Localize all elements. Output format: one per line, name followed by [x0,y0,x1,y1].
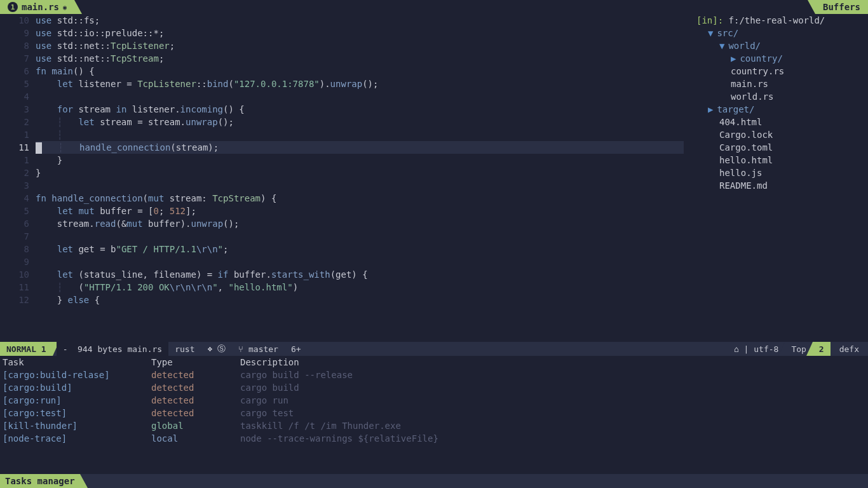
tree-file-item[interactable]: main.rs [689,78,868,90]
task-row[interactable]: [node-trace]localnode --trace-warnings $… [0,432,868,445]
cursor-icon [36,142,42,154]
task-row[interactable]: [cargo:build]detectedcargo build [0,381,868,394]
tree-file-item[interactable]: Cargo.toml [689,141,868,154]
tree-dir-item[interactable]: ▶target/ [689,103,868,116]
code-line[interactable]: use std::net::TcpListener; [36,39,684,52]
code-line[interactable]: ┆ ("HTTP/1.1 200 OK\r\n\r\n", "hello.htm… [36,281,684,294]
filetype-segment: rust [168,342,201,356]
code-line[interactable]: fn handle_connection(mut stream: TcpStre… [36,192,684,205]
chevron-right-icon: ▶ [731,53,736,64]
buffers-tab[interactable]: Buffers [815,0,868,14]
code-line[interactable]: use std::net::TcpStream; [36,52,684,65]
status-bar: NORMAL 1 - 944 bytes main.rs rust ❖ Ⓢ ⑂ … [0,342,868,356]
os-icon: ⌂ [734,344,739,354]
code-line[interactable]: use std::io::prelude::*; [36,27,684,39]
code-line[interactable] [36,230,684,243]
tree-file-item[interactable]: country.rs [689,65,868,78]
chevron-down-icon: ▼ [719,41,724,51]
task-row[interactable]: [cargo:build-relase]detectedcargo build … [0,369,868,381]
code-line[interactable]: let (status_line, filename) = if buffer.… [36,268,684,281]
task-row[interactable]: [cargo:test]detectedcargo test [0,407,868,419]
modified-dot-icon: ◉ [63,4,67,11]
buffer-tab-main[interactable]: 1 main.rs ◉ [0,0,74,14]
tree-file-item[interactable]: hello.html [689,154,868,166]
window-number-2: 2 [813,342,831,356]
code-line[interactable]: use std::fs; [36,14,684,27]
tree-file-item[interactable]: Cargo.lock [689,128,868,141]
git-ahead-segment: 6+ [285,342,308,356]
file-tree-pane[interactable]: [in]: f:/the-real-world/ ▼src/▼world/▶co… [684,14,868,342]
mode-indicator: NORMAL 1 [0,342,53,356]
code-line[interactable]: } [36,166,684,179]
code-line[interactable]: ┆ [36,128,684,141]
code-line[interactable]: let mut buffer = [0; 512]; [36,205,684,217]
code-line[interactable] [36,90,684,103]
tree-header: [in]: f:/the-real-world/ [689,14,868,27]
tree-dir-item[interactable]: ▼src/ [689,27,868,39]
chevron-right-icon: ▶ [708,104,713,114]
code-line[interactable]: let listener = TcpListener::bind("127.0.… [36,78,684,90]
defx-label: defx [831,342,868,356]
chevron-down-icon: ▼ [708,28,713,38]
code-line[interactable]: stream.read(&mut buffer).unwrap(); [36,217,684,230]
code-line[interactable] [36,179,684,192]
tab-number-icon: 1 [8,2,18,12]
tab-filename: main.rs [22,2,59,12]
git-branch-segment: ⑂ master [232,342,285,356]
code-line[interactable]: let get = b"GET / HTTP/1.1\r\n"; [36,243,684,255]
main-area: 1098765432111123456789101112 use std::fs… [0,14,868,342]
tree-file-item[interactable]: README.md [689,179,868,192]
tree-file-item[interactable]: world.rs [689,90,868,103]
file-info: - 944 bytes main.rs [57,342,169,356]
tree-file-item[interactable]: 404.html [689,116,868,128]
tree-file-item[interactable]: hello.js [689,166,868,179]
code-line[interactable] [36,255,684,268]
tasks-manager-label: Tasks manager [0,474,80,488]
os-encoding-segment: ⌂ | utf-8 [728,342,785,356]
code-line[interactable]: ┆ handle_connection(stream); [36,141,684,154]
task-header-row: TaskTypeDescription [0,356,868,369]
icons-segment: ❖ Ⓢ [201,342,233,356]
editor-pane[interactable]: 1098765432111123456789101112 use std::fs… [0,14,684,342]
task-row[interactable]: [kill-thunder]globaltaskkill /f /t /im T… [0,419,868,432]
tree-dir-item[interactable]: ▼world/ [689,39,868,52]
task-row[interactable]: [cargo:run]detectedcargo run [0,394,868,407]
code-line[interactable]: fn main() { [36,65,684,78]
code-content[interactable]: use std::fs;use std::io::prelude::*;use … [36,14,684,342]
code-line[interactable]: for stream in listener.incoming() { [36,103,684,116]
tree-dir-item[interactable]: ▶country/ [689,52,868,65]
code-line[interactable]: } [36,154,684,166]
line-number-gutter: 1098765432111123456789101112 [0,14,36,342]
branch-icon: ⑂ [238,344,243,354]
code-line[interactable]: ┆ let stream = stream.unwrap(); [36,116,684,128]
tab-bar: 1 main.rs ◉ Buffers [0,0,868,14]
code-line[interactable]: } else { [36,294,684,306]
task-panel[interactable]: TaskTypeDescription [cargo:build-relase]… [0,356,868,488]
